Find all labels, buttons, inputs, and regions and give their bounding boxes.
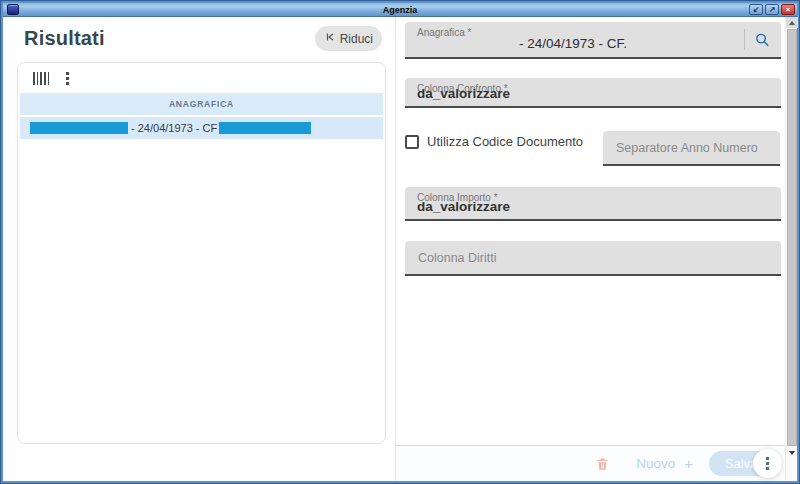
collapse-button[interactable]: Riduci — [315, 26, 382, 51]
collapse-button-label: Riduci — [340, 32, 373, 46]
column-header-anagrafica[interactable]: ANAGRAFICA — [20, 93, 383, 115]
nuovo-button[interactable]: Nuovo + — [636, 455, 693, 472]
colonna-importo-value: da_valorizzare — [417, 199, 510, 214]
redacted-text-bar — [30, 122, 128, 134]
maximize-button[interactable]: ↗ — [765, 4, 779, 15]
window-content: Risultati Riduci ANAGRAFICA — [3, 17, 797, 481]
scrollbar-down-arrow[interactable] — [789, 455, 795, 473]
plus-icon: + — [684, 455, 693, 472]
title-bar[interactable]: Agenzia ↙ ↗ × — [3, 3, 797, 17]
trash-icon — [595, 456, 610, 472]
close-button[interactable]: × — [781, 4, 795, 15]
utilizza-codice-checkbox-group[interactable]: Utilizza Codice Documento — [405, 134, 583, 149]
nuovo-label: Nuovo — [636, 456, 675, 471]
separatore-anno-numero-field[interactable]: Separatore Anno Numero — [603, 131, 780, 166]
checkbox-separator-row: Utilizza Codice Documento Separatore Ann… — [405, 131, 781, 166]
table-menu-icon[interactable] — [66, 72, 69, 85]
colonna-diritti-field[interactable]: Colonna Diritti — [405, 241, 781, 276]
arrow-down-icon — [789, 451, 795, 472]
results-panel: Risultati Riduci ANAGRAFICA — [3, 17, 396, 481]
first-page-icon — [324, 31, 336, 46]
page-title: Risultati — [24, 27, 105, 50]
colonna-diritti-label: Colonna Diritti — [405, 241, 781, 274]
search-button[interactable] — [752, 29, 773, 50]
app-window: Agenzia ↙ ↗ × Risultati Riduci — [0, 0, 800, 484]
action-footer: Nuovo + Salva — [396, 445, 785, 481]
table-toolbar — [18, 63, 385, 93]
colonna-confronto-value: da_valorizzare — [417, 86, 510, 101]
field-divider — [744, 29, 745, 50]
more-actions-button[interactable] — [753, 449, 782, 478]
vertical-scrollbar[interactable] — [785, 17, 797, 481]
redacted-text-bar — [219, 122, 311, 134]
utilizza-codice-label[interactable]: Utilizza Codice Documento — [427, 134, 583, 149]
separatore-anno-numero-label: Separatore Anno Numero — [603, 131, 780, 164]
row-text: - 24/04/1973 - CF — [131, 122, 217, 134]
columns-filter-icon[interactable] — [33, 72, 49, 85]
form-panel: Anagrafica * - 24/04/1973 - CF. Colonna … — [396, 17, 785, 481]
colonna-importo-field[interactable]: Colonna Importo * da_valorizzare — [405, 187, 781, 221]
scrollbar-thumb[interactable] — [787, 29, 797, 446]
search-icon — [754, 31, 771, 48]
results-table-card: ANAGRAFICA - 24/04/1973 - CF — [17, 62, 386, 444]
utilizza-codice-checkbox[interactable] — [405, 135, 419, 149]
anagrafica-value: - 24/04/1973 - CF. — [405, 36, 741, 51]
anagrafica-field[interactable]: Anagrafica * - 24/04/1973 - CF. — [405, 22, 781, 59]
more-vert-icon — [766, 457, 769, 470]
window-title: Agenzia — [3, 3, 797, 17]
table-row[interactable]: - 24/04/1973 - CF — [20, 117, 383, 139]
minimize-button[interactable]: ↙ — [749, 4, 763, 15]
arrow-up-icon — [789, 21, 795, 25]
scrollbar-up-arrow[interactable] — [786, 17, 798, 28]
delete-button[interactable] — [595, 456, 610, 472]
colonna-confronto-field[interactable]: Colonna Confronto * da_valorizzare — [405, 78, 781, 108]
